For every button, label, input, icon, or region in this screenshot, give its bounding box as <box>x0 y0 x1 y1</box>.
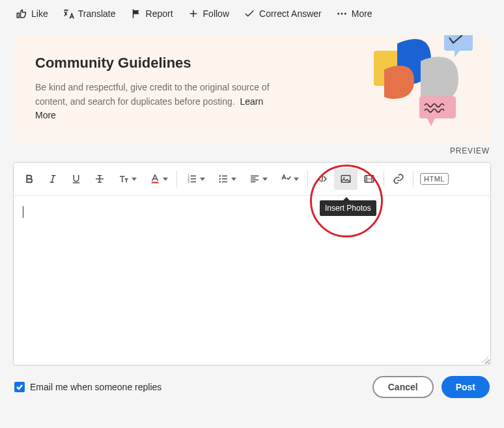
ordered-list-button[interactable]: 123 <box>180 168 211 190</box>
svg-point-14 <box>343 177 344 178</box>
svg-point-1 <box>341 13 343 15</box>
email-replies-checkbox[interactable]: Email me when someone replies <box>14 382 161 392</box>
svg-text:3: 3 <box>188 180 189 183</box>
strike-icon <box>94 173 105 185</box>
divider <box>384 170 384 187</box>
html-source-button[interactable]: HTML <box>416 168 453 190</box>
guidelines-illustration <box>362 35 479 131</box>
align-button[interactable] <box>242 168 273 190</box>
guidelines-text: Be kind and respectful, give credit to t… <box>35 81 270 123</box>
footer: Email me when someone replies Cancel Pos… <box>0 366 504 398</box>
bold-button[interactable] <box>18 168 41 190</box>
insert-photos-button[interactable] <box>334 168 357 190</box>
link-icon <box>393 173 404 185</box>
underline-button[interactable] <box>64 168 88 190</box>
like-label: Like <box>31 8 48 19</box>
html-label: HTML <box>420 173 449 185</box>
thumbs-up-icon <box>16 8 27 20</box>
svg-point-11 <box>219 178 220 180</box>
svg-rect-4 <box>444 35 473 51</box>
svg-point-10 <box>219 175 220 176</box>
guidelines-banner: Community Guidelines Be kind and respect… <box>13 35 491 142</box>
translate-icon <box>63 8 74 20</box>
insert-video-button[interactable] <box>357 168 381 190</box>
italic-button[interactable] <box>41 168 64 190</box>
spellcheck-button[interactable] <box>273 168 305 190</box>
ul-icon <box>217 173 229 185</box>
more-button[interactable]: More <box>336 8 372 20</box>
translate-label: Translate <box>78 8 116 19</box>
svg-point-12 <box>219 181 220 182</box>
translate-button[interactable]: Translate <box>63 8 116 20</box>
cancel-button[interactable]: Cancel <box>372 376 434 398</box>
correct-answer-button[interactable]: Correct Answer <box>244 8 322 20</box>
bold-icon <box>23 173 35 185</box>
ol-icon: 123 <box>186 173 198 185</box>
textcolor-icon <box>149 173 161 185</box>
code-icon <box>316 173 328 185</box>
resize-handle-icon <box>481 356 489 364</box>
flag-icon <box>130 8 142 20</box>
divider <box>176 170 177 187</box>
divider <box>413 170 413 187</box>
more-label: More <box>352 8 372 19</box>
dots-icon <box>336 8 348 20</box>
textsize-button[interactable] <box>111 168 143 190</box>
unordered-list-button[interactable] <box>211 168 242 190</box>
email-replies-label: Email me when someone replies <box>30 382 161 392</box>
textcolor-button[interactable] <box>143 168 174 190</box>
editor-textarea[interactable] <box>14 196 490 365</box>
check-icon <box>244 8 255 20</box>
checkbox-icon <box>14 382 25 392</box>
preview-label: PREVIEW <box>0 142 504 162</box>
image-icon <box>340 173 352 185</box>
report-button[interactable]: Report <box>130 8 173 20</box>
report-label: Report <box>146 8 173 19</box>
plus-icon <box>188 8 199 20</box>
video-icon <box>363 173 375 185</box>
align-icon <box>249 173 260 185</box>
italic-icon <box>47 173 59 185</box>
strike-button[interactable] <box>88 168 111 190</box>
code-button[interactable] <box>311 168 334 190</box>
link-button[interactable] <box>387 168 410 190</box>
follow-label: Follow <box>203 8 229 19</box>
topbar: Like Translate Report Follow Correct Ans… <box>0 0 504 35</box>
divider <box>307 170 308 187</box>
underline-icon <box>70 173 82 185</box>
insert-photos-tooltip: Insert Photos <box>320 200 376 216</box>
spellcheck-icon <box>280 173 292 185</box>
svg-point-2 <box>344 13 346 15</box>
correct-label: Correct Answer <box>259 8 322 19</box>
follow-button[interactable]: Follow <box>188 8 229 20</box>
svg-point-0 <box>337 13 339 15</box>
post-button[interactable]: Post <box>441 376 490 398</box>
editor: 123 HTML <box>13 162 491 366</box>
svg-rect-6 <box>151 182 158 183</box>
like-button[interactable]: Like <box>16 8 48 20</box>
textsize-icon <box>118 173 130 185</box>
toolbar: 123 HTML <box>14 163 490 196</box>
